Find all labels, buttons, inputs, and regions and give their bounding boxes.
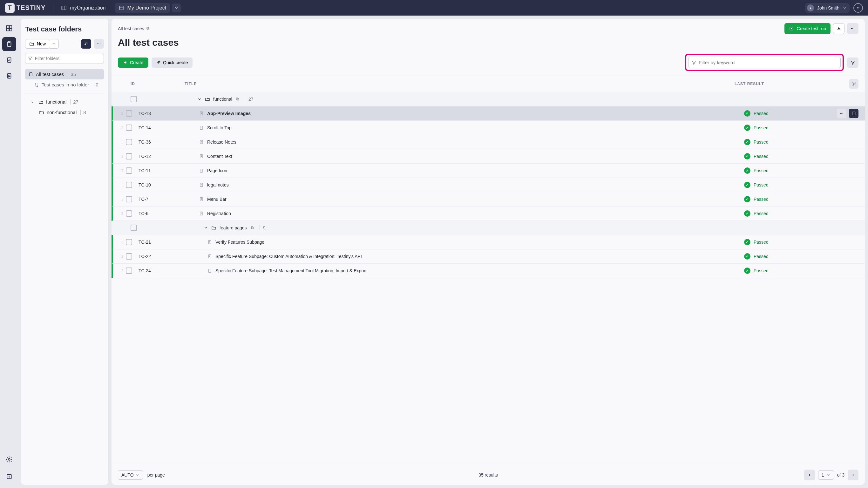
group-checkbox[interactable]: [131, 96, 137, 102]
row-checkbox[interactable]: [126, 239, 132, 245]
row-checkbox[interactable]: [126, 125, 132, 131]
project-icon: [119, 5, 124, 11]
group-count: 9: [259, 225, 266, 230]
row-checkbox[interactable]: [126, 210, 132, 217]
row-id: TC-11: [138, 168, 192, 173]
passed-icon: ✓: [744, 167, 750, 174]
keyword-filter-input[interactable]: [688, 57, 841, 68]
nav-dashboard[interactable]: [2, 21, 16, 35]
row-checkbox[interactable]: [126, 167, 132, 174]
svg-point-60: [121, 169, 121, 170]
folder-filter-input[interactable]: [25, 53, 104, 64]
table-row[interactable]: TC-6 Registration ✓Passed: [112, 207, 865, 221]
drag-handle[interactable]: [120, 254, 126, 258]
user-menu[interactable]: ● John Smith: [805, 3, 849, 13]
org-switcher[interactable]: myOrganization: [61, 5, 105, 11]
table-row[interactable]: TC-21 Verify Features Subpage ✓Passed: [112, 235, 865, 249]
nav-test-runs[interactable]: [2, 53, 16, 67]
tree-all-label: All test cases: [36, 71, 64, 77]
row-checkbox[interactable]: [126, 268, 132, 274]
quick-create-button[interactable]: Quick create: [152, 58, 192, 68]
document-icon: [199, 140, 204, 145]
table-row[interactable]: TC-11 Page Icon ✓Passed: [112, 163, 865, 178]
more-actions-button[interactable]: [847, 23, 859, 34]
table-row[interactable]: TC-13 App-Preview Images ✓Passed: [112, 106, 865, 121]
drag-handle[interactable]: [120, 183, 126, 187]
tree-no-folder[interactable]: Test cases in no folder 0: [25, 80, 104, 90]
create-button[interactable]: Create: [118, 58, 148, 68]
drag-handle[interactable]: [120, 169, 126, 173]
svg-point-47: [122, 141, 123, 142]
row-checkbox[interactable]: [126, 139, 132, 145]
svg-point-51: [122, 143, 123, 144]
col-result[interactable]: LAST RESULT: [735, 82, 849, 86]
page-number: 1: [822, 472, 824, 478]
copy-icon: [236, 97, 240, 101]
passed-icon: ✓: [744, 182, 750, 188]
user-name: John Smith: [817, 5, 839, 10]
table-group-row[interactable]: functional 27: [112, 92, 865, 106]
drag-handle[interactable]: [120, 140, 126, 144]
table-row[interactable]: TC-22 Specific Feature Subpage: Custom A…: [112, 249, 865, 264]
project-dropdown[interactable]: [172, 3, 181, 12]
project-switcher[interactable]: My Demo Project: [115, 3, 170, 13]
sort-button[interactable]: [81, 39, 91, 49]
new-button[interactable]: New: [25, 39, 50, 49]
table-row[interactable]: TC-10 legal notes ✓Passed: [112, 178, 865, 192]
tree-all-cases[interactable]: All test cases 35: [25, 69, 104, 80]
column-filter-button[interactable]: [847, 58, 859, 68]
svg-point-99: [121, 256, 121, 257]
more-button[interactable]: [94, 39, 104, 49]
drag-handle[interactable]: [120, 211, 126, 216]
row-more-button[interactable]: [837, 109, 846, 118]
table-group-row[interactable]: feature pages 9: [112, 221, 865, 235]
svg-rect-88: [251, 227, 253, 229]
avatar: ●: [807, 4, 814, 11]
drag-handle[interactable]: [120, 240, 126, 244]
page-select[interactable]: 1: [818, 470, 834, 480]
help-button[interactable]: [854, 3, 863, 13]
row-checkbox[interactable]: [126, 153, 132, 159]
col-id[interactable]: ID: [131, 82, 185, 86]
row-checkbox[interactable]: [126, 253, 132, 260]
prev-page-button[interactable]: [804, 469, 815, 480]
col-title[interactable]: TITLE: [185, 82, 735, 86]
drag-handle[interactable]: [120, 125, 126, 130]
drag-handle[interactable]: [120, 197, 126, 202]
table-settings-button[interactable]: [849, 79, 859, 89]
nav-collapse[interactable]: [2, 469, 16, 484]
table-row[interactable]: TC-36 Release Notes ✓Passed: [112, 135, 865, 149]
row-checkbox[interactable]: [126, 196, 132, 203]
row-open-button[interactable]: [849, 109, 859, 118]
drag-handle[interactable]: [120, 269, 126, 273]
drag-handle[interactable]: [120, 154, 126, 158]
page-size-select[interactable]: AUTO: [118, 470, 143, 480]
new-dropdown[interactable]: [50, 39, 59, 49]
folder-icon: [39, 110, 44, 115]
logo[interactable]: T TESTINY: [5, 3, 53, 13]
tree-folder-functional[interactable]: › functional 27: [25, 97, 104, 107]
table-row[interactable]: TC-24 Specific Feature Subpage: Test Man…: [112, 264, 865, 278]
nav-plans[interactable]: [2, 69, 16, 83]
new-label: New: [37, 41, 46, 47]
table-row[interactable]: TC-7 Menu Bar ✓Passed: [112, 192, 865, 207]
nav-test-cases[interactable]: [2, 37, 16, 51]
table-row[interactable]: TC-12 Content Text ✓Passed: [112, 149, 865, 163]
create-test-run-button[interactable]: Create test run: [784, 23, 831, 34]
row-checkbox[interactable]: [126, 110, 132, 117]
group-checkbox[interactable]: [131, 224, 137, 231]
svg-point-46: [121, 141, 121, 142]
nav-settings[interactable]: [2, 452, 16, 466]
chevron-down-icon: [827, 473, 831, 477]
next-page-button[interactable]: [848, 469, 859, 480]
tree-folder-nonfunctional[interactable]: non-functional 8: [25, 107, 104, 118]
breadcrumb[interactable]: All test cases: [118, 26, 150, 31]
row-checkbox[interactable]: [126, 182, 132, 188]
passed-icon: ✓: [744, 110, 750, 117]
clipboard-icon: [6, 41, 13, 48]
import-button[interactable]: [833, 23, 844, 34]
svg-point-77: [122, 199, 123, 200]
drag-handle[interactable]: [120, 111, 126, 116]
table-row[interactable]: TC-14 Scroll to Top ✓Passed: [112, 121, 865, 135]
row-id: TC-12: [138, 154, 192, 159]
